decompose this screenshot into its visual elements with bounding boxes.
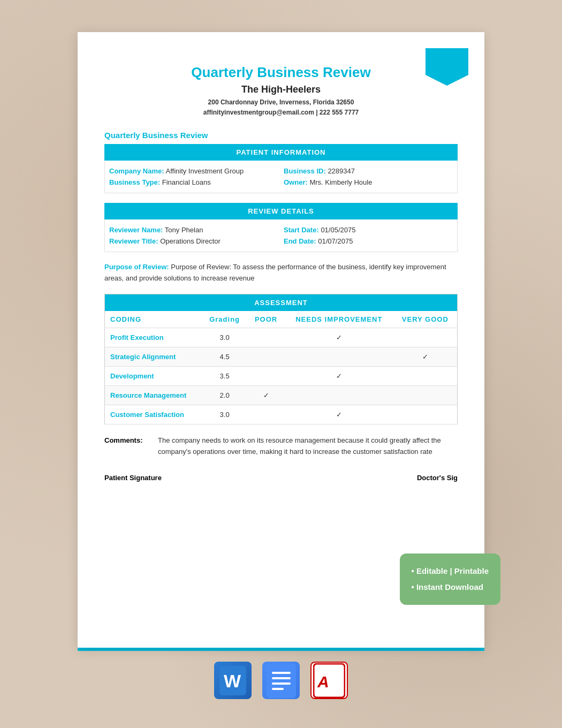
badge-line1: Editable | Printable (412, 563, 489, 579)
table-row: Development3.5✓ (105, 366, 458, 385)
row-needs-improvement: ✓ (285, 328, 393, 347)
svg-text:A: A (317, 673, 329, 691)
comments-section: Comments: The company needs to work on i… (104, 435, 458, 458)
doctor-signature: Doctor's Sig (417, 474, 458, 482)
row-very-good (393, 328, 458, 347)
end-date-value: 01/07/2075 (318, 237, 353, 245)
company-name: The High-Heelers (104, 84, 458, 95)
row-needs-improvement (285, 385, 393, 405)
row-needs-improvement: ✓ (285, 405, 393, 424)
row-coding: Strategic Alignment (105, 347, 202, 366)
assessment-table: ASSESSMENT CODING Grading POOR NEEDS IMP… (104, 294, 458, 424)
review-details-header: REVIEW DETAILS (104, 203, 458, 219)
company-name-value: Affinity Investment Group (165, 167, 244, 175)
svg-rect-6 (272, 682, 291, 685)
signature-row: Patient Signature Doctor's Sig (104, 474, 458, 482)
row-poor: ✓ (247, 385, 284, 405)
end-date-label: End Date: (284, 237, 316, 245)
word-icon[interactable]: W (214, 662, 252, 699)
main-title: Quarterly Business Review (104, 64, 458, 81)
col-poor: POOR (247, 311, 284, 328)
review-details-grid: Reviewer Name: Tony Phelan Start Date: 0… (104, 219, 458, 252)
patient-signature: Patient Signature (104, 474, 162, 482)
bottom-bar (78, 648, 484, 651)
table-row: Customer Satisfaction3.0✓ (105, 405, 458, 424)
start-date-label: Start Date: (284, 226, 319, 234)
reviewer-name-value: Tony Phelan (165, 226, 203, 234)
table-row: Profit Execution3.0✓ (105, 328, 458, 347)
row-needs-improvement: ✓ (285, 366, 393, 385)
svg-rect-3 (267, 663, 296, 698)
row-coding: Resource Management (105, 385, 202, 405)
col-needs-improvement: NEEDS IMPROVEMENT (285, 311, 393, 328)
reviewer-title-value: Operations Director (160, 237, 221, 245)
row-very-good: ✓ (393, 347, 458, 366)
row-coding: Development (105, 366, 202, 385)
end-date-field: End Date: 01/07/2075 (284, 237, 453, 245)
row-coding: Customer Satisfaction (105, 405, 202, 424)
row-grading: 4.5 (202, 347, 248, 366)
comments-label: Comments: (104, 435, 153, 458)
patient-info-header: PATIENT INFORMATION (104, 144, 458, 161)
patient-info-grid: Company Name: Affinity Investment Group … (104, 161, 458, 193)
business-type-field: Business Type: Financial Loans (109, 178, 278, 186)
row-grading: 2.0 (202, 385, 248, 405)
assessment-header: ASSESSMENT (105, 294, 458, 311)
purpose-label: Purpose of Review: (104, 263, 169, 271)
table-row: Strategic Alignment4.5✓ (105, 347, 458, 366)
docs-icon[interactable] (262, 662, 300, 699)
svg-rect-7 (272, 688, 284, 690)
row-poor (247, 347, 284, 366)
row-grading: 3.0 (202, 405, 248, 424)
start-date-field: Start Date: 01/05/2075 (284, 226, 453, 234)
address-line2: affinityinvestmentgroup@email.com | 222 … (104, 108, 458, 118)
purpose-section: Purpose of Review: Purpose of Review: To… (104, 262, 458, 284)
owner-field: Owner: Mrs. Kimberly Houle (284, 178, 453, 186)
row-poor (247, 328, 284, 347)
document-paper: Quarterly Business Review The High-Heele… (78, 32, 484, 648)
col-grading: Grading (202, 311, 248, 328)
company-name-field: Company Name: Affinity Investment Group (109, 167, 278, 175)
reviewer-name-field: Reviewer Name: Tony Phelan (109, 226, 278, 234)
section-heading: Quarterly Business Review (104, 131, 458, 140)
reviewer-name-label: Reviewer Name: (109, 226, 163, 234)
business-id-field: Business ID: 2289347 (284, 167, 453, 175)
row-very-good (393, 366, 458, 385)
business-type-label: Business Type: (109, 178, 160, 186)
business-id-label: Business ID: (284, 167, 326, 175)
table-row: Resource Management2.0✓ (105, 385, 458, 405)
row-very-good (393, 385, 458, 405)
svg-rect-5 (272, 677, 291, 679)
business-type-value: Financial Loans (162, 178, 211, 186)
row-grading: 3.0 (202, 328, 248, 347)
svg-marker-0 (426, 48, 468, 86)
icons-row: W A (214, 662, 348, 699)
start-date-value: 01/05/2075 (321, 226, 355, 234)
svg-rect-4 (272, 672, 291, 674)
company-name-label: Company Name: (109, 167, 164, 175)
svg-text:W: W (224, 671, 241, 691)
badge-line2: Instant Download (412, 579, 489, 595)
reviewer-title-field: Reviewer Title: Operations Director (109, 237, 278, 245)
comments-text: The company needs to work on its resourc… (158, 435, 458, 458)
address-line1: 200 Chardonnay Drive, Inverness, Florida… (104, 97, 458, 108)
row-coding: Profit Execution (105, 328, 202, 347)
col-very-good: VERY GOOD (393, 311, 458, 328)
green-badge: Editable | Printable Instant Download (400, 553, 500, 605)
owner-value: Mrs. Kimberly Houle (309, 178, 372, 186)
row-grading: 3.5 (202, 366, 248, 385)
row-needs-improvement (285, 347, 393, 366)
row-poor (247, 405, 284, 424)
business-id-value: 2289347 (328, 167, 355, 175)
owner-label: Owner: (284, 178, 308, 186)
pdf-icon[interactable]: A (310, 662, 348, 699)
reviewer-title-label: Reviewer Title: (109, 237, 158, 245)
col-coding: CODING (105, 311, 202, 328)
logo-shape (426, 48, 468, 86)
row-very-good (393, 405, 458, 424)
row-poor (247, 366, 284, 385)
